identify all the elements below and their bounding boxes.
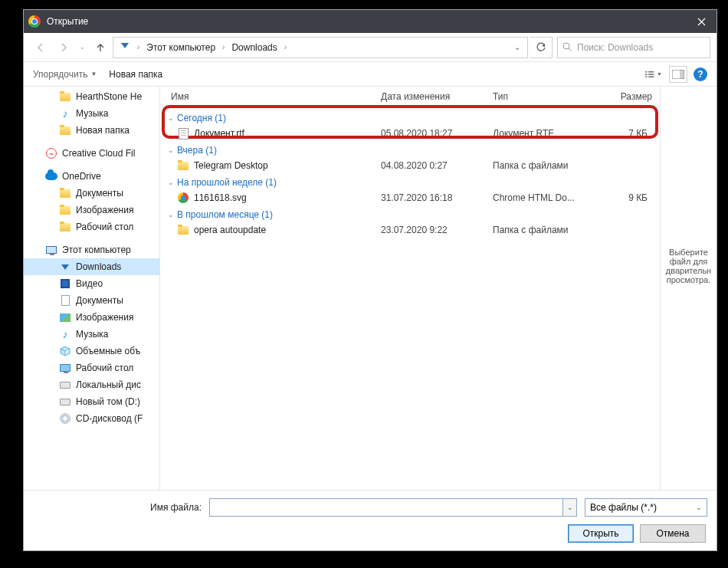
sidebar-item[interactable]: Объемные объ bbox=[24, 343, 159, 360]
rtf-file-icon bbox=[179, 128, 189, 140]
creative-cloud-icon: ∞ bbox=[46, 148, 57, 159]
disc-icon bbox=[59, 412, 71, 425]
file-type: Chrome HTML Do... bbox=[493, 192, 600, 203]
titlebar: Открытие bbox=[24, 10, 717, 33]
sidebar-item[interactable]: Рабочий стол bbox=[24, 360, 159, 376]
preview-pane: Выберите файл для дварительн просмотра. bbox=[660, 87, 717, 490]
back-button[interactable] bbox=[30, 37, 51, 58]
breadcrumb-bar[interactable]: › Этот компьютер › Downloads › ⌄ bbox=[113, 37, 528, 58]
filename-history-dropdown[interactable]: ⌄ bbox=[563, 498, 577, 517]
downloads-folder-icon bbox=[118, 41, 132, 54]
open-button[interactable]: Открыть bbox=[568, 524, 634, 543]
chrome-icon bbox=[178, 192, 189, 203]
svg-rect-2 bbox=[645, 74, 647, 75]
pc-icon bbox=[46, 246, 57, 254]
chevron-right-icon: › bbox=[220, 43, 227, 51]
file-type: Папка с файлами bbox=[493, 160, 600, 171]
file-type: Папка с файлами bbox=[493, 225, 600, 235]
sidebar-item-downloads[interactable]: Downloads bbox=[24, 258, 159, 275]
chevron-down-icon: ⌄ bbox=[168, 179, 174, 186]
sidebar-item[interactable]: Новый том (D:) bbox=[24, 393, 159, 410]
group-header[interactable]: ⌄Сегодня (1) bbox=[160, 110, 660, 125]
sidebar: HearthStone He ♪Музыка Новая папка ∞Crea… bbox=[24, 87, 160, 490]
group-header[interactable]: ⌄Вчера (1) bbox=[160, 142, 660, 157]
column-headers: Имя Дата изменения Тип Размер bbox=[160, 87, 660, 107]
file-name: Документ.rtf bbox=[194, 128, 381, 139]
sidebar-item[interactable]: HearthStone He bbox=[24, 88, 159, 105]
toolbar: Упорядочить ▼ Новая папка ▼ ? bbox=[24, 62, 717, 87]
chevron-down-icon: ⌄ bbox=[168, 211, 174, 218]
sidebar-item[interactable]: Изображения bbox=[24, 309, 159, 326]
chevron-down-icon: ▼ bbox=[90, 71, 97, 77]
svg-rect-3 bbox=[645, 76, 647, 77]
open-dialog-window: Открытие ⌄ › Этот компьютер › Downloads … bbox=[23, 9, 717, 551]
sidebar-item[interactable]: Видео bbox=[24, 275, 159, 292]
cancel-button[interactable]: Отмена bbox=[640, 524, 706, 543]
file-row[interactable]: 1161618.svg31.07.2020 16:18Chrome HTML D… bbox=[160, 189, 660, 206]
sidebar-item-onedrive[interactable]: OneDrive bbox=[24, 168, 159, 185]
desktop-icon bbox=[59, 362, 71, 374]
sidebar-item[interactable]: Новая папка bbox=[24, 122, 159, 139]
cube-icon bbox=[59, 345, 71, 357]
file-row[interactable]: Документ.rtf05.08.2020 18:27Документ RTF… bbox=[160, 125, 660, 142]
history-dropdown[interactable]: ⌄ bbox=[76, 44, 88, 51]
preview-placeholder: Выберите файл для дварительн просмотра. bbox=[661, 248, 717, 284]
folder-icon bbox=[178, 162, 189, 170]
sidebar-item[interactable]: ♪Музыка bbox=[24, 105, 159, 122]
group-header[interactable]: ⌄В прошлом месяце (1) bbox=[160, 206, 660, 222]
images-icon bbox=[59, 311, 71, 323]
chevron-right-icon: › bbox=[282, 43, 289, 51]
refresh-button[interactable] bbox=[530, 37, 553, 58]
column-header-type[interactable]: Тип bbox=[493, 91, 600, 102]
group-header[interactable]: ⌄На прошлой неделе (1) bbox=[160, 174, 660, 189]
help-button[interactable]: ? bbox=[694, 67, 707, 81]
sidebar-item[interactable]: Документы bbox=[24, 292, 159, 309]
chevron-down-icon: ⌄ bbox=[696, 504, 702, 511]
file-group: ⌄Сегодня (1)Документ.rtf05.08.2020 18:27… bbox=[160, 110, 660, 142]
search-input[interactable]: Поиск: Downloads bbox=[557, 37, 710, 58]
file-type-filter[interactable]: Все файлы (*.*) ⌄ bbox=[585, 498, 707, 517]
file-type: Документ RTF bbox=[493, 128, 600, 139]
documents-icon bbox=[59, 294, 71, 307]
chevron-right-icon: › bbox=[135, 43, 142, 51]
organize-menu[interactable]: Упорядочить ▼ bbox=[33, 69, 97, 80]
search-icon bbox=[562, 42, 572, 52]
svg-rect-5 bbox=[648, 74, 654, 75]
chrome-icon bbox=[28, 15, 41, 28]
music-icon: ♪ bbox=[59, 328, 71, 340]
file-row[interactable]: opera autoupdate23.07.2020 9:22Папка с ф… bbox=[160, 222, 660, 238]
sidebar-item[interactable]: CD-дисковод (F bbox=[24, 410, 159, 427]
column-header-date[interactable]: Дата изменения bbox=[381, 91, 493, 102]
svg-rect-1 bbox=[645, 71, 647, 72]
file-name: opera autoupdate bbox=[194, 225, 381, 235]
onedrive-icon bbox=[45, 172, 57, 180]
breadcrumb-folder[interactable]: Downloads bbox=[227, 38, 281, 57]
sidebar-item[interactable]: ♪Музыка bbox=[24, 326, 159, 343]
close-button[interactable] bbox=[686, 10, 717, 33]
up-button[interactable] bbox=[90, 37, 111, 58]
sidebar-item[interactable]: Изображения bbox=[24, 202, 159, 218]
file-name: Telegram Desktop bbox=[194, 160, 381, 171]
sidebar-item[interactable]: Локальный дис bbox=[24, 376, 159, 393]
new-folder-button[interactable]: Новая папка bbox=[109, 69, 162, 80]
forward-button[interactable] bbox=[53, 37, 74, 58]
search-placeholder: Поиск: Downloads bbox=[577, 42, 653, 53]
sidebar-item[interactable]: Документы bbox=[24, 185, 159, 202]
view-options-button[interactable]: ▼ bbox=[644, 66, 663, 83]
music-icon: ♪ bbox=[59, 107, 71, 120]
sidebar-item-creative-cloud[interactable]: ∞Creative Cloud Fil bbox=[24, 145, 159, 162]
column-header-name[interactable]: Имя bbox=[171, 91, 381, 102]
path-dropdown[interactable]: ⌄ bbox=[509, 43, 526, 51]
file-row[interactable]: Telegram Desktop04.08.2020 0:27Папка с ф… bbox=[160, 157, 660, 174]
close-icon bbox=[697, 18, 706, 26]
downloads-icon bbox=[59, 261, 71, 273]
bottom-bar: Имя файла: ⌄ Все файлы (*.*) ⌄ Открыть О… bbox=[24, 490, 717, 550]
refresh-icon bbox=[536, 42, 546, 53]
sidebar-item-this-pc[interactable]: Этот компьютер bbox=[24, 241, 159, 258]
column-header-size[interactable]: Размер bbox=[600, 91, 660, 102]
preview-pane-toggle[interactable] bbox=[669, 66, 687, 83]
filename-input[interactable] bbox=[209, 498, 563, 517]
sidebar-item[interactable]: Рабочий стол bbox=[24, 218, 159, 235]
file-group: ⌄Вчера (1)Telegram Desktop04.08.2020 0:2… bbox=[160, 142, 660, 174]
breadcrumb-root[interactable]: Этот компьютер bbox=[142, 38, 220, 57]
